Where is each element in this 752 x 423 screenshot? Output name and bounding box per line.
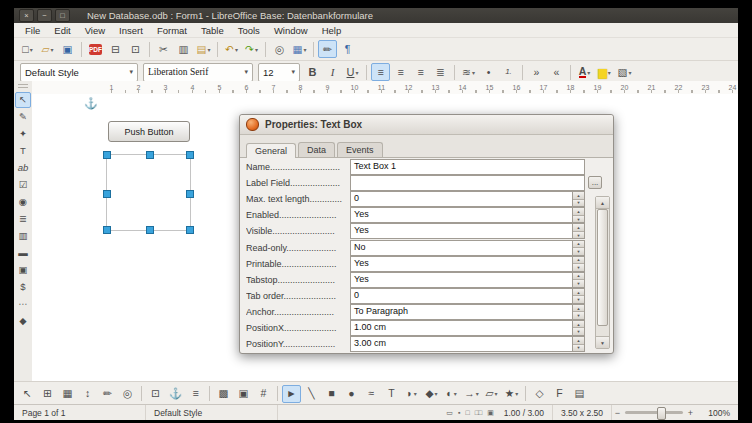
- spin-up-icon[interactable]: [573, 224, 584, 232]
- spin-up-icon[interactable]: [573, 321, 584, 329]
- spin-up-icon[interactable]: [573, 337, 584, 345]
- insert-line-button[interactable]: ╲: [302, 385, 321, 403]
- symbol-shapes-button[interactable]: ◐: [442, 385, 461, 403]
- display-grid-button[interactable]: ▩: [214, 385, 233, 403]
- bold-button[interactable]: B: [303, 63, 322, 81]
- property-field[interactable]: 0: [350, 288, 585, 304]
- spinner[interactable]: [572, 208, 584, 222]
- line-spacing-button[interactable]: ≋: [459, 63, 478, 81]
- scroll-up-icon[interactable]: [596, 197, 609, 209]
- spinner[interactable]: [572, 192, 584, 206]
- increase-indent-button[interactable]: »: [527, 63, 546, 81]
- property-field[interactable]: Text Box 1: [350, 159, 585, 175]
- spinner[interactable]: [572, 224, 584, 238]
- rectangle-button[interactable]: ■: [322, 385, 341, 403]
- menu-tools[interactable]: Tools: [231, 25, 267, 36]
- spin-up-icon[interactable]: [573, 289, 584, 297]
- combo-box-button[interactable]: ▥: [15, 228, 31, 244]
- spin-up-icon[interactable]: [573, 241, 584, 249]
- basic-shapes-button[interactable]: ◆: [422, 385, 441, 403]
- spin-down-icon[interactable]: [573, 200, 584, 207]
- image-button-button[interactable]: ▣: [15, 262, 31, 278]
- push-button-button[interactable]: ▬: [15, 245, 31, 261]
- redo-button[interactable]: ↷: [242, 40, 261, 58]
- align-right-button[interactable]: ≡: [411, 63, 430, 81]
- form-navigator-button[interactable]: ▦: [58, 385, 77, 403]
- ellipse-button[interactable]: ●: [342, 385, 361, 403]
- property-field[interactable]: To Paragraph: [350, 304, 585, 320]
- block-arrows-button[interactable]: →: [462, 385, 481, 403]
- auto-control-focus-button[interactable]: ◎: [118, 385, 137, 403]
- zoom-slider[interactable]: [625, 411, 683, 414]
- control-wizards-button[interactable]: ✦: [15, 126, 31, 142]
- selection-handle-se[interactable]: [186, 226, 194, 234]
- design-mode-button[interactable]: ✏: [318, 40, 337, 58]
- more-controls-button[interactable]: ⋯: [15, 296, 31, 312]
- snap-to-grid-button[interactable]: ▣: [234, 385, 253, 403]
- open-in-design-mode-button[interactable]: ✏: [98, 385, 117, 403]
- insert-text-box-button[interactable]: T: [382, 385, 401, 403]
- option-button-button[interactable]: ◉: [15, 194, 31, 210]
- selected-text-box[interactable]: [106, 154, 191, 231]
- spinner[interactable]: [572, 321, 584, 335]
- spin-down-icon[interactable]: [573, 216, 584, 223]
- italic-button[interactable]: I: [323, 63, 342, 81]
- menu-help[interactable]: Help: [315, 25, 349, 36]
- dialog-title-bar[interactable]: Properties: Text Box: [240, 115, 613, 135]
- spin-up-icon[interactable]: [573, 305, 584, 313]
- minimize-button[interactable]: −: [37, 9, 52, 22]
- spin-up-icon[interactable]: [573, 192, 584, 200]
- export-pdf-button[interactable]: PDF: [86, 40, 105, 58]
- spinner[interactable]: [572, 305, 584, 319]
- spin-down-icon[interactable]: [573, 296, 584, 303]
- menu-file[interactable]: File: [18, 25, 47, 36]
- object-size[interactable]: 3.50 x 2.50: [553, 405, 612, 420]
- selection-handle-s[interactable]: [146, 226, 154, 234]
- position-size-button[interactable]: ⊡: [146, 385, 165, 403]
- spinner[interactable]: [572, 273, 584, 287]
- formatting-marks-button[interactable]: ¶: [338, 40, 357, 58]
- align-center-button[interactable]: ≡: [391, 63, 410, 81]
- property-field[interactable]: Yes: [350, 272, 585, 288]
- paste-button[interactable]: ▤: [194, 40, 213, 58]
- print-button[interactable]: ⊟: [106, 40, 125, 58]
- zoom-in-button[interactable]: +: [685, 408, 696, 418]
- single-page-view-icon[interactable]: □: [462, 409, 471, 416]
- spin-down-icon[interactable]: [573, 280, 584, 287]
- property-field[interactable]: [350, 175, 585, 191]
- dialog-close-button[interactable]: [246, 118, 259, 131]
- copy-button[interactable]: ▥: [174, 40, 193, 58]
- formatted-field-button[interactable]: $: [15, 279, 31, 295]
- spin-up-icon[interactable]: [573, 257, 584, 265]
- spin-down-icon[interactable]: [573, 264, 584, 271]
- cursor-position[interactable]: 1.00 / 3.00: [496, 405, 553, 420]
- bullet-list-button[interactable]: •: [479, 63, 498, 81]
- property-field[interactable]: 1.00 cm: [350, 320, 585, 336]
- fontwork-button[interactable]: F: [550, 385, 569, 403]
- property-field[interactable]: Yes: [350, 223, 585, 239]
- property-field[interactable]: 0: [350, 191, 585, 207]
- check-box-button[interactable]: ☑: [15, 177, 31, 193]
- property-field[interactable]: 3.00 cm: [350, 336, 585, 352]
- selection-handle-sw[interactable]: [103, 226, 111, 234]
- spin-down-icon[interactable]: [573, 312, 584, 319]
- zoom-out-button[interactable]: −: [612, 408, 623, 418]
- font-name-combo[interactable]: Liberation Serif: [143, 63, 253, 82]
- background-color-button[interactable]: ▧: [615, 63, 634, 81]
- align-objects-button[interactable]: ≡: [186, 385, 205, 403]
- insert-table-button[interactable]: ▦: [290, 40, 309, 58]
- property-field[interactable]: Yes: [350, 256, 585, 272]
- property-field[interactable]: Yes: [350, 207, 585, 223]
- spin-up-icon[interactable]: [573, 273, 584, 281]
- property-field[interactable]: No: [350, 240, 585, 256]
- dialog-scrollbar[interactable]: [595, 196, 610, 349]
- text-box-button[interactable]: ab: [15, 160, 31, 176]
- align-left-button[interactable]: ≡: [371, 63, 390, 81]
- page-style-indicator[interactable]: Default Style: [146, 405, 278, 420]
- spin-up-icon[interactable]: [573, 208, 584, 216]
- selection-handle-w[interactable]: [103, 190, 111, 198]
- label-field-button[interactable]: T: [15, 143, 31, 159]
- page-preview-button[interactable]: ⊡: [126, 40, 145, 58]
- activation-order-button[interactable]: ↕: [78, 385, 97, 403]
- form-properties-button[interactable]: ◆: [15, 313, 31, 329]
